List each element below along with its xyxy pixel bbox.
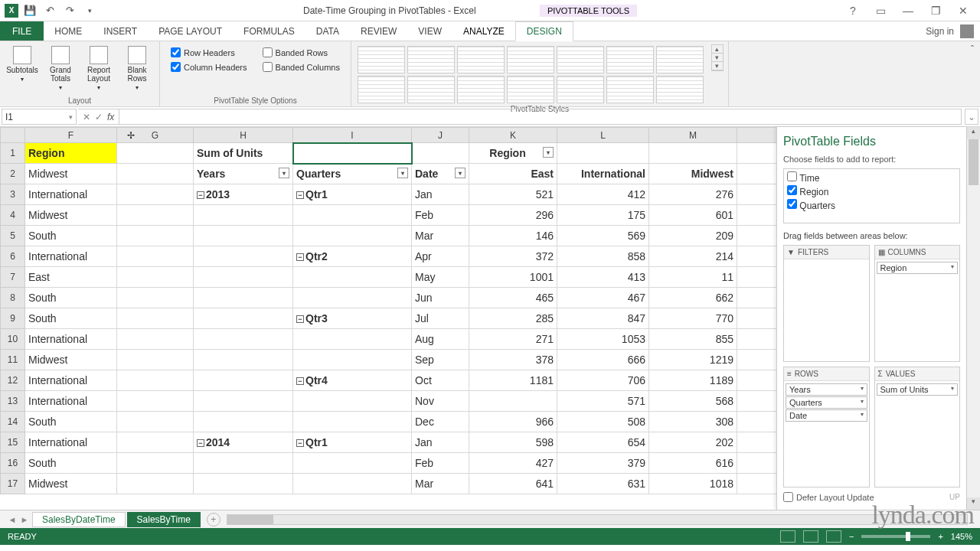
cell-H4[interactable]	[194, 205, 293, 226]
sheet-tab-salesbydatetime[interactable]: SalesByDateTime	[32, 512, 126, 527]
cell-J10[interactable]: Aug	[412, 329, 469, 350]
cell-M16[interactable]: 616	[649, 453, 737, 474]
col-header-F[interactable]: F	[25, 128, 117, 143]
save-icon[interactable]: 💾	[21, 2, 38, 19]
zoom-in-icon[interactable]: +	[938, 532, 942, 541]
cell-K14[interactable]: 966	[469, 412, 557, 432]
collapse-icon[interactable]: −	[296, 191, 304, 199]
cell-H1[interactable]: Sum of Units	[194, 143, 293, 164]
cell-K2[interactable]: East	[469, 164, 557, 184]
cell-I11[interactable]	[293, 350, 412, 370]
cell-F12[interactable]: International	[25, 370, 117, 391]
style-swatch[interactable]	[606, 46, 654, 73]
row-header-13[interactable]: 13	[1, 391, 25, 412]
field-list[interactable]: Time Region Quarters	[783, 168, 960, 223]
cell-F17[interactable]: Midwest	[25, 474, 117, 494]
collapse-icon[interactable]: −	[197, 439, 204, 447]
style-swatch[interactable]	[457, 76, 505, 103]
collapse-icon[interactable]: −	[296, 315, 304, 323]
row-header-15[interactable]: 15	[1, 432, 25, 453]
cell-J14[interactable]: Dec	[412, 412, 469, 432]
row-header-9[interactable]: 9	[1, 308, 25, 329]
cell-M9[interactable]: 770	[649, 308, 737, 329]
cell-H8[interactable]	[194, 288, 293, 308]
cell-K5[interactable]: 146	[469, 226, 557, 246]
cell-I15[interactable]: −Qtr1	[293, 432, 412, 453]
style-swatch[interactable]	[507, 46, 554, 73]
cell-M15[interactable]: 202	[649, 432, 737, 453]
columns-area[interactable]: ▦COLUMNS Region▾	[874, 245, 961, 362]
undo-icon[interactable]: ↶	[41, 2, 58, 19]
tab-page-layout[interactable]: PAGE LAYOUT	[148, 21, 233, 41]
row-header-6[interactable]: 6	[1, 246, 25, 267]
filter-dropdown-icon[interactable]: ▾	[397, 168, 408, 178]
row-pill-years[interactable]: Years▾	[786, 383, 867, 396]
filter-dropdown-icon[interactable]: ▾	[455, 168, 466, 178]
cell-I7[interactable]	[293, 267, 412, 288]
zoom-percent[interactable]: 145%	[951, 532, 972, 541]
row-header-14[interactable]: 14	[1, 412, 25, 432]
cell-K4[interactable]: 296	[469, 205, 557, 226]
tab-analyze[interactable]: ANALYZE	[452, 21, 515, 41]
vertical-scrollbar[interactable]: ▴ ▾	[966, 127, 980, 510]
update-button[interactable]: UP	[949, 493, 960, 501]
cell-K17[interactable]: 641	[469, 474, 557, 494]
cell-M13[interactable]: 568	[649, 391, 737, 412]
cell-M14[interactable]: 308	[649, 412, 737, 432]
cell-L14[interactable]: 508	[557, 412, 649, 432]
cell-F2[interactable]: Midwest	[25, 164, 117, 184]
pivottable-styles-gallery[interactable]	[356, 44, 708, 105]
cell-H6[interactable]	[194, 246, 293, 267]
collapse-ribbon-icon[interactable]: ˆ	[965, 41, 980, 106]
cell-L16[interactable]: 379	[557, 453, 649, 474]
cell-K8[interactable]: 465	[469, 288, 557, 308]
sheet-nav-next-icon[interactable]: ►	[18, 515, 31, 524]
zoom-slider[interactable]	[861, 535, 930, 538]
cell-I14[interactable]	[293, 412, 412, 432]
cell-K6[interactable]: 372	[469, 246, 557, 267]
row-header-3[interactable]: 3	[1, 184, 25, 205]
cell-J11[interactable]: Sep	[412, 350, 469, 370]
enter-formula-icon[interactable]: ✓	[95, 112, 103, 122]
cell-J13[interactable]: Nov	[412, 391, 469, 412]
tab-data[interactable]: DATA	[305, 21, 350, 41]
cell-M11[interactable]: 1219	[649, 350, 737, 370]
expand-formula-bar-icon[interactable]: ⌄	[965, 109, 978, 125]
subtotals-button[interactable]: Subtotals▾	[5, 44, 40, 83]
tab-formulas[interactable]: FORMULAS	[233, 21, 305, 41]
tab-insert[interactable]: INSERT	[93, 21, 148, 41]
val-pill-sum[interactable]: Sum of Units▾	[877, 383, 959, 396]
col-header-G[interactable]: G	[117, 128, 194, 143]
style-swatch[interactable]	[606, 76, 654, 103]
cell-M4[interactable]: 601	[649, 205, 737, 226]
row-header-7[interactable]: 7	[1, 267, 25, 288]
cell-L13[interactable]: 571	[557, 391, 649, 412]
col-header-K[interactable]: K	[469, 128, 557, 143]
row-header-17[interactable]: 17	[1, 474, 25, 494]
maximize-icon[interactable]: ❐	[925, 5, 946, 17]
name-box[interactable]: I1▾	[2, 109, 77, 125]
new-sheet-icon[interactable]: +	[207, 513, 220, 527]
cell-K16[interactable]: 427	[469, 453, 557, 474]
cell-K7[interactable]: 1001	[469, 267, 557, 288]
scroll-down-icon[interactable]: ▾	[967, 497, 980, 510]
collapse-icon[interactable]: −	[296, 253, 304, 261]
rows-area[interactable]: ≡ROWS Years▾ Quarters▾ Date▾	[783, 367, 870, 488]
style-gallery-scroll[interactable]: ▴▾▾	[711, 44, 724, 71]
cell-H15[interactable]: −2014	[194, 432, 293, 453]
cell-F10[interactable]: International	[25, 329, 117, 350]
row-header-10[interactable]: 10	[1, 329, 25, 350]
cell-H7[interactable]	[194, 267, 293, 288]
cancel-formula-icon[interactable]: ✕	[83, 112, 90, 122]
grand-totals-button[interactable]: Grand Totals▾	[43, 44, 78, 91]
filters-area[interactable]: ▼FILTERS	[783, 245, 870, 362]
cell-F14[interactable]: South	[25, 412, 117, 432]
tab-view[interactable]: VIEW	[407, 21, 452, 41]
filter-dropdown-icon[interactable]: ▾	[543, 147, 554, 158]
banded-rows-checkbox[interactable]: Banded Rows	[263, 47, 340, 57]
cell-M7[interactable]: 11	[649, 267, 737, 288]
row-headers-checkbox[interactable]: Row Headers	[171, 47, 247, 57]
cell-I3[interactable]: −Qtr1	[293, 184, 412, 205]
cell-F11[interactable]: Midwest	[25, 350, 117, 370]
cell-I10[interactable]	[293, 329, 412, 350]
